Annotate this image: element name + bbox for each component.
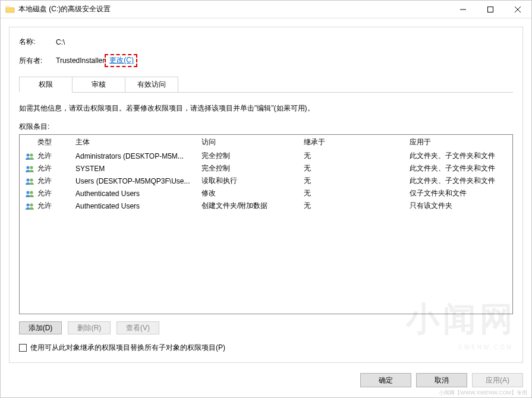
svg-point-4 — [30, 166, 33, 169]
tab-permissions[interactable]: 权限 — [19, 77, 73, 93]
svg-point-1 — [26, 153, 29, 156]
cell-access: 读取和执行 — [202, 176, 304, 186]
cell-access: 完全控制 — [202, 163, 304, 173]
cell-principal: Authenticated Users — [75, 189, 202, 198]
ok-button[interactable]: 确定 — [360, 373, 411, 387]
change-highlight: 更改(C) — [105, 54, 137, 67]
footer: 确定 取消 应用(A) 小闻网【WWW.XWENW.COM】专用 — [1, 371, 531, 397]
window-title: 本地磁盘 (C:)的高级安全设置 — [18, 4, 111, 14]
users-icon — [24, 189, 37, 198]
folder-icon — [5, 5, 15, 14]
permission-entries-label: 权限条目: — [19, 122, 513, 132]
cell-inherit: 无 — [304, 151, 410, 161]
svg-point-6 — [30, 178, 33, 181]
replace-inherit-row[interactable]: 使用可从此对象继承的权限项目替换所有子对象的权限项目(P) — [19, 343, 513, 353]
svg-point-9 — [26, 203, 29, 206]
replace-inherit-label: 使用可从此对象继承的权限项目替换所有子对象的权限项目(P) — [30, 343, 225, 353]
cell-type: 允许 — [37, 201, 75, 211]
owner-label: 所有者: — [19, 56, 56, 66]
svg-point-5 — [26, 178, 29, 181]
col-principal: 主体 — [75, 137, 202, 147]
col-type: 类型 — [37, 137, 75, 147]
table-row[interactable]: 允许Authenticated Users修改无仅子文件夹和文件 — [20, 187, 512, 200]
cell-inherit: 无 — [304, 163, 410, 173]
users-icon — [24, 165, 37, 173]
svg-rect-0 — [488, 7, 493, 12]
cell-type: 允许 — [37, 163, 75, 173]
button-row: 添加(D) 删除(R) 查看(V) — [19, 321, 513, 334]
cell-principal: Authenticated Users — [75, 202, 202, 210]
tabs: 权限 审核 有效访问 — [19, 77, 513, 93]
svg-point-2 — [30, 153, 33, 156]
users-icon — [24, 152, 37, 160]
svg-point-8 — [30, 191, 33, 194]
cell-access: 完全控制 — [202, 151, 304, 161]
cell-applies: 此文件夹、子文件夹和文件 — [410, 163, 508, 173]
cell-type: 允许 — [37, 188, 75, 198]
cell-type: 允许 — [37, 151, 75, 161]
tab-effective-access[interactable]: 有效访问 — [125, 77, 178, 93]
inner-panel: 名称: C:\ 所有者: TrustedInstaller 更改(C) 权限 审… — [9, 27, 523, 363]
table-row[interactable]: 允许Administrators (DESKTOP-M5M...完全控制无此文件… — [20, 150, 512, 162]
cell-applies: 此文件夹、子文件夹和文件 — [410, 151, 508, 161]
content: 名称: C:\ 所有者: TrustedInstaller 更改(C) 权限 审… — [1, 18, 531, 371]
add-button[interactable]: 添加(D) — [19, 321, 62, 334]
svg-point-7 — [26, 191, 29, 194]
users-icon — [24, 177, 37, 185]
description-text: 如需其他信息，请双击权限项目。若要修改权限项目，请选择该项目并单击"编辑"(如果… — [19, 103, 513, 113]
titlebar: 本地磁盘 (C:)的高级安全设置 — [1, 1, 531, 18]
cell-principal: SYSTEM — [75, 165, 202, 173]
permission-header: 类型 主体 访问 继承于 应用于 — [20, 135, 512, 150]
cell-access: 修改 — [202, 188, 304, 198]
cell-principal: Administrators (DESKTOP-M5M... — [75, 152, 202, 160]
users-icon — [24, 202, 37, 210]
watermark-bottom: 小闻网【WWW.XWENW.COM】专用 — [439, 389, 527, 397]
table-row[interactable]: 允许Authenticated Users创建文件夹/附加数据无只有该文件夹 — [20, 200, 512, 212]
cell-applies: 仅子文件夹和文件 — [410, 188, 508, 198]
cell-access: 创建文件夹/附加数据 — [202, 201, 304, 211]
checkbox-icon[interactable] — [19, 344, 27, 352]
apply-button[interactable]: 应用(A) — [472, 373, 523, 387]
owner-value: TrustedInstaller — [56, 56, 105, 65]
name-value: C:\ — [56, 38, 65, 46]
view-button[interactable]: 查看(V) — [117, 321, 159, 334]
svg-point-10 — [30, 203, 33, 206]
minimize-button[interactable] — [449, 1, 477, 18]
table-row[interactable]: 允许SYSTEM完全控制无此文件夹、子文件夹和文件 — [20, 162, 512, 175]
remove-button[interactable]: 删除(R) — [68, 321, 111, 334]
name-row: 名称: C:\ — [19, 37, 513, 47]
cell-applies: 此文件夹、子文件夹和文件 — [410, 176, 508, 186]
close-button[interactable] — [504, 1, 531, 18]
window: 本地磁盘 (C:)的高级安全设置 名称: C:\ 所有者: TrustedIns… — [0, 0, 532, 398]
maximize-button[interactable] — [477, 1, 504, 18]
change-owner-link[interactable]: 更改(C) — [109, 56, 134, 64]
cell-inherit: 无 — [304, 201, 410, 211]
col-applies: 应用于 — [410, 137, 508, 147]
svg-point-3 — [26, 166, 29, 169]
cell-type: 允许 — [37, 176, 75, 186]
cell-principal: Users (DESKTOP-M5MQP3F\Use... — [75, 177, 202, 185]
cell-inherit: 无 — [304, 176, 410, 186]
cancel-button[interactable]: 取消 — [416, 373, 467, 387]
cell-applies: 只有该文件夹 — [410, 201, 508, 211]
name-label: 名称: — [19, 37, 56, 47]
cell-inherit: 无 — [304, 188, 410, 198]
col-inherit: 继承于 — [304, 137, 410, 147]
table-row[interactable]: 允许Users (DESKTOP-M5MQP3F\Use...读取和执行无此文件… — [20, 175, 512, 187]
tab-auditing[interactable]: 审核 — [72, 77, 125, 93]
col-access: 访问 — [202, 137, 304, 147]
owner-row: 所有者: TrustedInstaller 更改(C) — [19, 54, 513, 67]
permission-list[interactable]: 类型 主体 访问 继承于 应用于 允许Administrators (DESKT… — [19, 134, 513, 314]
